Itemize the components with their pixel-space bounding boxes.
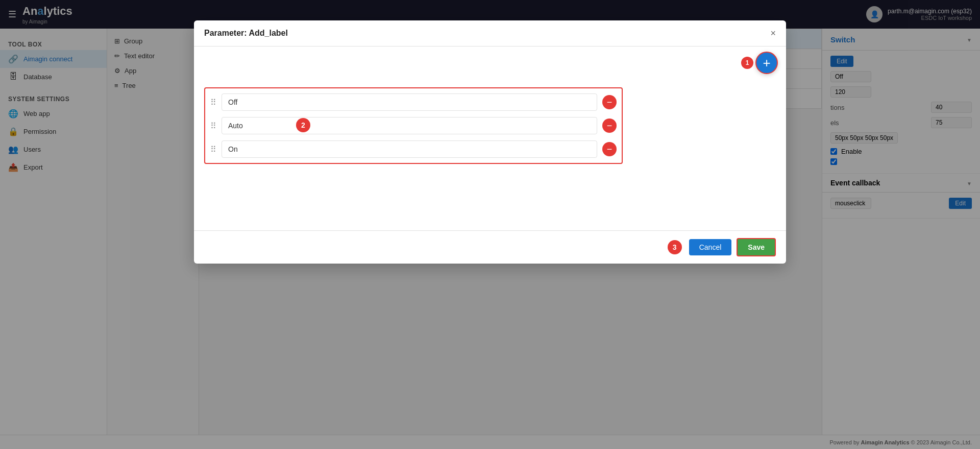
- badge-3: 3: [668, 240, 682, 254]
- item-row-1: ⠿ −: [210, 117, 617, 134]
- drag-handle-1[interactable]: ⠿: [210, 121, 216, 131]
- modal-body: 2 1 + ⠿ − ⠿ −: [194, 46, 786, 230]
- cancel-button[interactable]: Cancel: [689, 239, 732, 255]
- remove-item-button-2[interactable]: −: [602, 142, 617, 156]
- remove-item-button-0[interactable]: −: [602, 95, 617, 109]
- add-button-area: 1 +: [741, 52, 778, 74]
- item-input-2[interactable]: [222, 140, 597, 158]
- add-icon: +: [763, 55, 770, 71]
- save-button[interactable]: Save: [737, 238, 776, 256]
- modal-header: Parameter: Add_label ×: [194, 20, 786, 46]
- modal: Parameter: Add_label × 2 1 + ⠿ −: [194, 20, 786, 264]
- badge-1: 1: [741, 57, 753, 69]
- item-input-1[interactable]: [222, 117, 597, 134]
- item-input-0[interactable]: [222, 93, 597, 111]
- drag-handle-0[interactable]: ⠿: [210, 98, 216, 107]
- item-row-0: ⠿ −: [210, 93, 617, 111]
- add-item-button[interactable]: +: [755, 52, 778, 74]
- modal-close-button[interactable]: ×: [770, 29, 776, 38]
- items-container: ⠿ − ⠿ − ⠿ −: [204, 87, 623, 164]
- drag-handle-2[interactable]: ⠿: [210, 145, 216, 154]
- modal-footer: 3 Cancel Save: [194, 230, 786, 264]
- modal-title: Parameter: Add_label: [204, 29, 288, 38]
- modal-overlay: Parameter: Add_label × 2 1 + ⠿ −: [0, 0, 980, 449]
- item-row-2: ⠿ −: [210, 140, 617, 158]
- badge-2: 2: [296, 118, 310, 132]
- remove-item-button-1[interactable]: −: [602, 119, 617, 133]
